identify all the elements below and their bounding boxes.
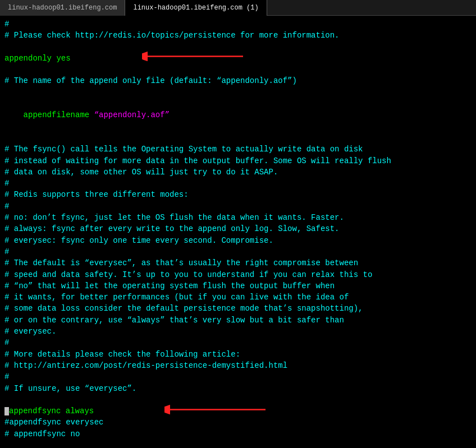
line-10: # The fsync() call tells the Operating S…: [4, 144, 472, 155]
line-1: #: [4, 19, 472, 30]
title-bar: linux-hadoop01.ibeifeng.com linux-hadoop…: [0, 0, 476, 16]
line-29: # http://antirez.com/post/redis-persiste…: [4, 360, 472, 371]
line-appendonly: appendonly yes: [4, 53, 472, 64]
line-appendfsync-no: # appendfsync no: [4, 428, 472, 440]
line-21: # speed and data safety. It’s up to you …: [4, 269, 472, 280]
cursor-indicator: [4, 407, 9, 415]
line-22: # “no” that will let the operating syste…: [4, 280, 472, 292]
line-6: # The name of the append only file (defa…: [4, 75, 472, 86]
line-9: [4, 132, 472, 144]
line-26: # everysec.: [4, 326, 472, 337]
line-15: #: [4, 201, 472, 212]
line-18: # everysec: fsync only one time every se…: [4, 235, 472, 246]
line-16: # no: don’t fsync, just let the OS flush…: [4, 212, 472, 223]
appendfilename-key: appendfilename: [24, 110, 94, 119]
arrow-appendfsync: [136, 392, 277, 430]
line-7: [4, 87, 472, 98]
line-14: # Redis supports three different modes:: [4, 189, 472, 200]
line-12: # data on disk, some other OS will just …: [4, 167, 472, 178]
line-23: # it wants, for better performances (but…: [4, 292, 472, 303]
line-25: # or on the contrary, use “always” that’…: [4, 315, 472, 326]
line-27: #: [4, 337, 472, 348]
line-28: # More details please check the followin…: [4, 349, 472, 360]
appendfilename-value: “appendonly.aof”: [94, 110, 170, 119]
line-17: # always: fsync after every write to the…: [4, 223, 472, 234]
line-appendfilename: appendfilename “appendonly.aof”: [4, 98, 472, 132]
line-20: # The default is “everysec”, as that’s u…: [4, 257, 472, 269]
line-24: # some data loss consider the default pe…: [4, 303, 472, 314]
terminal-body: # # Please check http://redis.io/topics/…: [0, 16, 476, 442]
appendonly-text: appendonly yes: [4, 53, 71, 64]
appendfsync-text: appendfsync always: [9, 405, 94, 417]
line-19: #: [4, 246, 472, 257]
line-appendfsync: appendfsync always: [4, 405, 472, 417]
line-30: #: [4, 371, 472, 382]
tab-2[interactable]: linux-hadoop01.ibeifeng.com (1): [125, 0, 267, 16]
line-13: #: [4, 178, 472, 189]
tab-1[interactable]: linux-hadoop01.ibeifeng.com: [0, 0, 125, 16]
line-11: # instead of waiting for more data in th…: [4, 155, 472, 167]
arrow-appendonly: [114, 40, 254, 77]
